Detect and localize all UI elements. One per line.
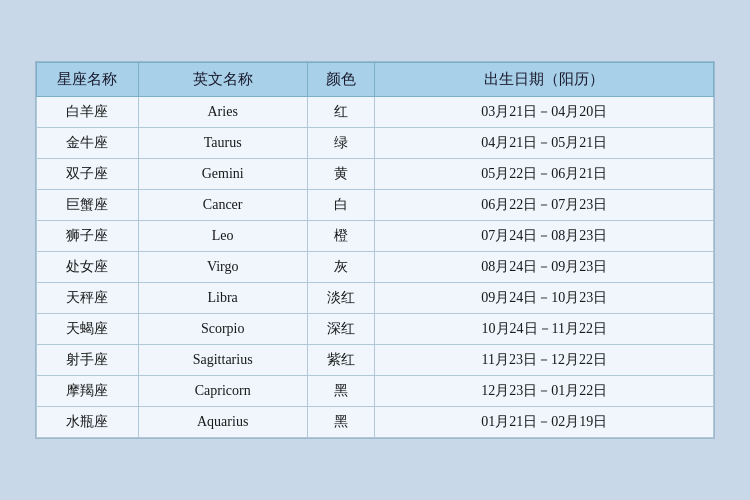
cell-date: 07月24日－08月23日 [375, 221, 714, 252]
cell-cn: 双子座 [37, 159, 139, 190]
header-date: 出生日期（阳历） [375, 63, 714, 97]
cell-en: Leo [138, 221, 307, 252]
table-row: 白羊座Aries红03月21日－04月20日 [37, 97, 714, 128]
cell-color: 淡红 [307, 283, 375, 314]
table-row: 摩羯座Capricorn黑12月23日－01月22日 [37, 376, 714, 407]
cell-cn: 处女座 [37, 252, 139, 283]
cell-en: Virgo [138, 252, 307, 283]
cell-cn: 天蝎座 [37, 314, 139, 345]
cell-color: 红 [307, 97, 375, 128]
cell-color: 橙 [307, 221, 375, 252]
cell-color: 绿 [307, 128, 375, 159]
table-row: 天秤座Libra淡红09月24日－10月23日 [37, 283, 714, 314]
table-row: 狮子座Leo橙07月24日－08月23日 [37, 221, 714, 252]
cell-date: 01月21日－02月19日 [375, 407, 714, 438]
cell-en: Aries [138, 97, 307, 128]
cell-en: Aquarius [138, 407, 307, 438]
cell-en: Cancer [138, 190, 307, 221]
header-cn: 星座名称 [37, 63, 139, 97]
cell-en: Taurus [138, 128, 307, 159]
cell-color: 白 [307, 190, 375, 221]
cell-en: Gemini [138, 159, 307, 190]
cell-color: 紫红 [307, 345, 375, 376]
cell-date: 10月24日－11月22日 [375, 314, 714, 345]
header-color: 颜色 [307, 63, 375, 97]
table-row: 射手座Sagittarius紫红11月23日－12月22日 [37, 345, 714, 376]
cell-date: 12月23日－01月22日 [375, 376, 714, 407]
cell-date: 05月22日－06月21日 [375, 159, 714, 190]
cell-date: 11月23日－12月22日 [375, 345, 714, 376]
cell-cn: 巨蟹座 [37, 190, 139, 221]
cell-date: 03月21日－04月20日 [375, 97, 714, 128]
cell-cn: 摩羯座 [37, 376, 139, 407]
cell-en: Scorpio [138, 314, 307, 345]
zodiac-table: 星座名称 英文名称 颜色 出生日期（阳历） 白羊座Aries红03月21日－04… [36, 62, 714, 438]
cell-en: Capricorn [138, 376, 307, 407]
zodiac-table-container: 星座名称 英文名称 颜色 出生日期（阳历） 白羊座Aries红03月21日－04… [35, 61, 715, 439]
cell-cn: 天秤座 [37, 283, 139, 314]
cell-color: 黑 [307, 376, 375, 407]
table-row: 天蝎座Scorpio深红10月24日－11月22日 [37, 314, 714, 345]
cell-date: 06月22日－07月23日 [375, 190, 714, 221]
cell-cn: 白羊座 [37, 97, 139, 128]
cell-color: 黑 [307, 407, 375, 438]
table-row: 双子座Gemini黄05月22日－06月21日 [37, 159, 714, 190]
cell-cn: 水瓶座 [37, 407, 139, 438]
cell-cn: 金牛座 [37, 128, 139, 159]
cell-date: 08月24日－09月23日 [375, 252, 714, 283]
cell-cn: 射手座 [37, 345, 139, 376]
table-row: 水瓶座Aquarius黑01月21日－02月19日 [37, 407, 714, 438]
cell-color: 深红 [307, 314, 375, 345]
table-row: 金牛座Taurus绿04月21日－05月21日 [37, 128, 714, 159]
cell-date: 09月24日－10月23日 [375, 283, 714, 314]
cell-en: Libra [138, 283, 307, 314]
cell-color: 黄 [307, 159, 375, 190]
table-row: 巨蟹座Cancer白06月22日－07月23日 [37, 190, 714, 221]
cell-color: 灰 [307, 252, 375, 283]
cell-cn: 狮子座 [37, 221, 139, 252]
table-row: 处女座Virgo灰08月24日－09月23日 [37, 252, 714, 283]
cell-date: 04月21日－05月21日 [375, 128, 714, 159]
header-en: 英文名称 [138, 63, 307, 97]
cell-en: Sagittarius [138, 345, 307, 376]
table-header-row: 星座名称 英文名称 颜色 出生日期（阳历） [37, 63, 714, 97]
